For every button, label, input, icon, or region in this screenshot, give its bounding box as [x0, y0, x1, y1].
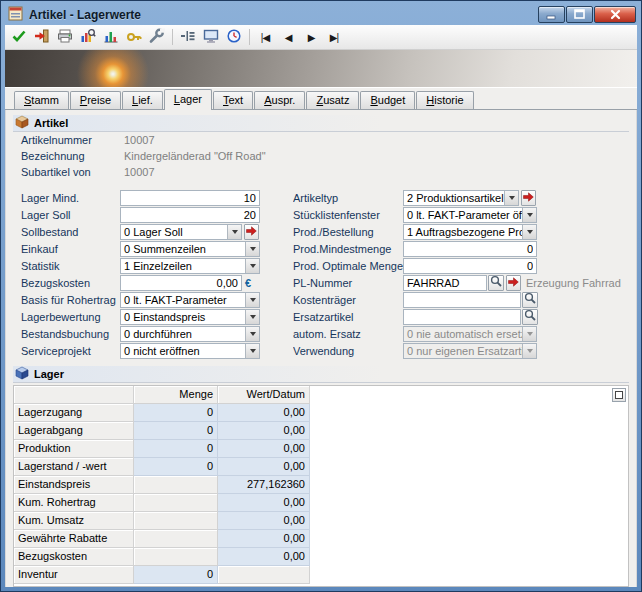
- tab-historie[interactable]: Historie: [416, 91, 473, 109]
- sollbestand-jump-button[interactable]: [244, 224, 259, 240]
- chevron-down-icon[interactable]: [522, 225, 536, 239]
- nav-first-button[interactable]: |◀: [254, 26, 276, 48]
- nav-prev-button[interactable]: ◀: [277, 26, 299, 48]
- tab-lief[interactable]: Lief.: [122, 91, 163, 109]
- lager-soll-label: Lager Soll: [21, 209, 120, 221]
- tab-lager[interactable]: Lager: [164, 89, 212, 110]
- menge-cell[interactable]: 0: [134, 404, 218, 422]
- basis-rohertrag-combo[interactable]: 0 lt. FAKT-Parameter: [120, 292, 260, 308]
- tab-text[interactable]: Text: [213, 91, 253, 109]
- wert-cell[interactable]: 0,00: [218, 512, 310, 530]
- ersatzartikel-input[interactable]: [403, 309, 521, 325]
- menge-cell[interactable]: 0: [134, 422, 218, 440]
- tab-auspr[interactable]: Auspr.: [254, 91, 305, 109]
- wert-cell[interactable]: 0,00: [218, 494, 310, 512]
- einkauf-combo[interactable]: 0 Summenzeilen: [120, 241, 260, 257]
- bestandsbuchung-value: 0 durchführen: [121, 328, 245, 340]
- chevron-down-icon[interactable]: [245, 259, 259, 273]
- menge-cell[interactable]: 0: [134, 566, 218, 584]
- artikeltyp-combo[interactable]: 2 Produktionsartikel: [403, 190, 519, 206]
- tab-stamm[interactable]: Stamm: [14, 91, 69, 109]
- menge-cell[interactable]: 0: [134, 458, 218, 476]
- table-row: Inventur0: [14, 566, 628, 584]
- lager-mind-input[interactable]: [120, 190, 260, 206]
- prod-mindestmenge-input[interactable]: [403, 241, 537, 257]
- wert-cell[interactable]: 277,162360: [218, 476, 310, 494]
- statistics-search-button[interactable]: [77, 26, 99, 48]
- table-row: Lagerabgang00,00: [14, 422, 628, 440]
- header-menge[interactable]: Menge: [134, 386, 218, 404]
- screen-view-button[interactable]: [200, 26, 222, 48]
- exit-button[interactable]: [31, 26, 53, 48]
- kostentraeger-search-button[interactable]: [522, 292, 538, 308]
- chevron-down-icon[interactable]: [245, 293, 259, 307]
- maximize-button[interactable]: [566, 6, 593, 23]
- tab-budget[interactable]: Budget: [360, 91, 415, 109]
- serviceprojekt-combo[interactable]: 0 nicht eröffnen: [120, 343, 260, 359]
- chevron-down-icon[interactable]: [245, 242, 259, 256]
- wert-cell[interactable]: 0,00: [218, 440, 310, 458]
- statistik-combo[interactable]: 1 Einzelzeilen: [120, 258, 260, 274]
- settings-button[interactable]: [146, 26, 168, 48]
- close-button[interactable]: [594, 6, 636, 23]
- pl-nummer-input[interactable]: [403, 275, 487, 291]
- table-options-button[interactable]: [612, 388, 626, 402]
- dock-panel-button[interactable]: [177, 26, 199, 48]
- sollbestand-combo[interactable]: 0 Lager Soll: [120, 224, 242, 240]
- chevron-down-icon[interactable]: [227, 225, 241, 239]
- ersatzartikel-label: Ersatzartikel: [293, 311, 403, 323]
- pl-nummer-search-button[interactable]: [488, 275, 504, 291]
- row-label: Einstandspreis: [14, 476, 134, 494]
- prod-bestellung-combo[interactable]: 1 Auftragsbezogene Produk: [403, 224, 537, 240]
- monitor-icon: [203, 28, 219, 47]
- title-bar[interactable]: Artikel - Lagerwerte: [5, 1, 637, 25]
- wert-cell[interactable]: 0,00: [218, 458, 310, 476]
- chevron-down-icon[interactable]: [504, 191, 518, 205]
- history-button[interactable]: [223, 26, 245, 48]
- nav-last-button[interactable]: ▶|: [323, 26, 345, 48]
- chevron-down-icon[interactable]: [245, 344, 259, 358]
- table-row: Produktion00,00: [14, 440, 628, 458]
- artikel-icon: [15, 115, 29, 131]
- print-button[interactable]: [54, 26, 76, 48]
- chevron-down-icon[interactable]: [245, 327, 259, 341]
- tab-preise[interactable]: Preise: [70, 91, 121, 109]
- chevron-down-icon[interactable]: [522, 208, 536, 222]
- lager-soll-input[interactable]: [120, 207, 260, 223]
- autom-ersatz-value: 0 nie automatisch ersetzen: [404, 328, 522, 340]
- nav-first-icon: |◀: [261, 32, 269, 43]
- minimize-button[interactable]: [538, 6, 565, 23]
- kostentraeger-input[interactable]: [403, 292, 521, 308]
- app-icon: [8, 6, 24, 24]
- statistics-button[interactable]: [100, 26, 122, 48]
- confirm-button[interactable]: [8, 26, 30, 48]
- statistik-label: Statistik: [21, 260, 120, 272]
- verwendung-label: Verwendung: [293, 345, 403, 357]
- nav-next-button[interactable]: ▶: [300, 26, 322, 48]
- bestandsbuchung-combo[interactable]: 0 durchführen: [120, 326, 260, 342]
- wert-cell[interactable]: 0,00: [218, 530, 310, 548]
- header-wert-datum[interactable]: Wert/Datum: [218, 386, 310, 404]
- statistik-value: 1 Einzelzeilen: [121, 260, 245, 272]
- nav-prev-icon: ◀: [285, 32, 292, 43]
- menge-cell[interactable]: 0: [134, 440, 218, 458]
- row-label: Lagerzugang: [14, 404, 134, 422]
- wert-cell[interactable]: 0,00: [218, 548, 310, 566]
- prod-optimale-menge-input[interactable]: [403, 258, 537, 274]
- table-row: Gewährte Rabatte0,00: [14, 530, 628, 548]
- tab-zusatz[interactable]: Zusatz: [306, 91, 359, 109]
- chevron-down-icon[interactable]: [245, 310, 259, 324]
- bezugskosten-input[interactable]: [120, 275, 242, 291]
- wert-cell[interactable]: 0,00: [218, 404, 310, 422]
- stuecklistenfenster-combo[interactable]: 0 lt. FAKT-Parameter öffner: [403, 207, 537, 223]
- header-empty: [14, 386, 134, 404]
- artikeltyp-jump-button[interactable]: [521, 190, 536, 206]
- pl-nummer-jump-button[interactable]: [506, 275, 521, 291]
- app-window: Artikel - Lagerwerte |◀ ◀ ▶ ▶|: [0, 0, 642, 592]
- wert-cell[interactable]: 0,00: [218, 422, 310, 440]
- lagerbewertung-combo[interactable]: 0 Einstandspreis: [120, 309, 260, 325]
- kostentraeger-label: Kostenträger: [293, 294, 403, 306]
- ersatzartikel-search-button[interactable]: [522, 309, 538, 325]
- access-key-button[interactable]: [123, 26, 145, 48]
- artikel-group-header: Artikel: [13, 115, 629, 132]
